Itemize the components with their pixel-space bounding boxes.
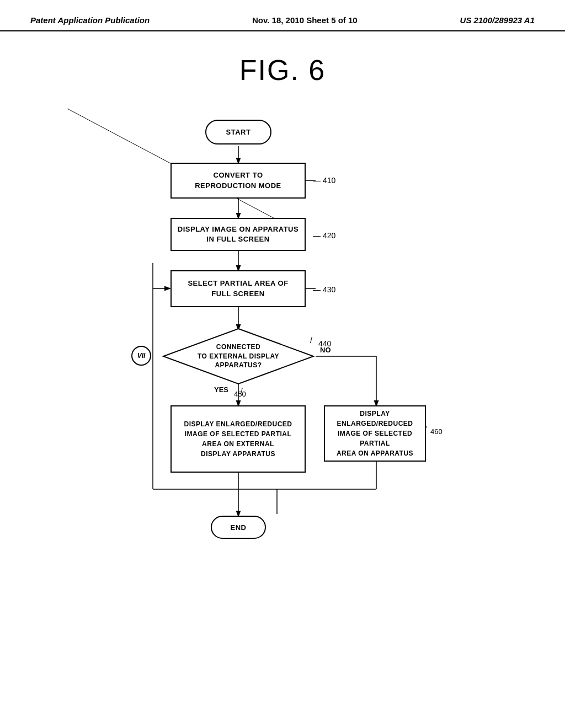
- header-left: Patent Application Publication: [30, 15, 150, 25]
- vii-label: VII: [137, 352, 146, 360]
- figure-title: FIG. 6: [239, 53, 326, 87]
- header-right: US 2100/289923 A1: [460, 15, 535, 25]
- step-440-tick: /: [310, 336, 312, 345]
- step-460: DISPLAY ENLARGED/REDUCED IMAGE OF SELECT…: [324, 405, 426, 462]
- start-shape: START: [205, 120, 271, 144]
- no-label: NO: [320, 346, 331, 354]
- yes-step-number: 450: [234, 390, 246, 398]
- step-420: DISPLAY IMAGE ON APPARATUS IN FULL SCREE…: [170, 218, 306, 251]
- step-460-tick: /: [425, 424, 427, 432]
- step-430-number: — 430: [313, 285, 335, 294]
- page-header: Patent Application Publication Nov. 18, …: [0, 0, 565, 31]
- step-420-label: DISPLAY IMAGE ON APPARATUS IN FULL SCREE…: [178, 224, 299, 244]
- start-label: START: [226, 128, 251, 136]
- end-shape: END: [211, 516, 266, 539]
- step-460-number: 460: [430, 427, 443, 436]
- step-410-number: — 410: [313, 176, 335, 185]
- yes-tick: /: [241, 387, 243, 395]
- step-460-label: DISPLAY ENLARGED/REDUCED IMAGE OF SELECT…: [325, 409, 425, 458]
- step-410: CONVERT TO REPRODUCTION MODE: [170, 163, 306, 199]
- step-440-wrapper: CONNECTED TO EXTERNAL DISPLAY APPARATUS?: [161, 326, 316, 386]
- step-430: SELECT PARTIAL AREA OF FULL SCREEN: [170, 270, 306, 307]
- main-content: FIG. 6: [0, 31, 565, 633]
- step-440-label: CONNECTED TO EXTERNAL DISPLAY APPARATUS?: [161, 326, 316, 386]
- step-410-label: CONVERT TO REPRODUCTION MODE: [195, 170, 281, 190]
- yes-label: YES: [214, 386, 228, 394]
- step-450-label: DISPLAY ENLARGED/REDUCED IMAGE OF SELECT…: [184, 419, 292, 459]
- step-420-number: — 420: [313, 231, 335, 240]
- step-430-label: SELECT PARTIAL AREA OF FULL SCREEN: [188, 279, 288, 298]
- vii-marker: VII: [131, 346, 151, 366]
- step-450: DISPLAY ENLARGED/REDUCED IMAGE OF SELECT…: [170, 405, 306, 473]
- header-center: Nov. 18, 2010 Sheet 5 of 10: [252, 15, 358, 25]
- end-label: END: [231, 523, 247, 532]
- flowchart: START CONVERT TO REPRODUCTION MODE — 410…: [67, 109, 498, 633]
